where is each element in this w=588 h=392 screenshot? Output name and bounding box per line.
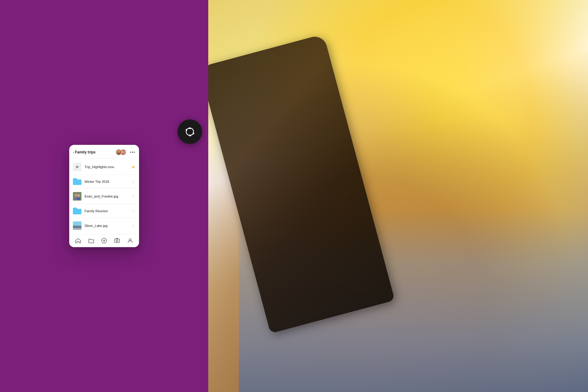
photo-nav-button[interactable] — [114, 237, 120, 244]
star-icon[interactable]: ★ — [131, 164, 135, 169]
video-icon — [73, 163, 81, 171]
list-item[interactable]: Winter Trip 2018 ☆ — [69, 175, 139, 188]
file-name: Trip_Highlights.mov — [85, 165, 128, 169]
file-list: Trip_Highlights.mov ★ Winter Trip 2018 ☆ — [69, 159, 139, 234]
avatar-face-1 — [116, 149, 122, 155]
thumbnail — [73, 192, 81, 201]
add-nav-button[interactable] — [101, 237, 107, 244]
star-icon[interactable]: ☆ — [131, 223, 135, 228]
app-card: ‹ Family trips — [69, 145, 139, 247]
list-item[interactable]: Trip_Highlights.mov ★ — [69, 160, 139, 174]
svg-point-1 — [117, 153, 121, 155]
right-panel — [208, 0, 588, 392]
more-button[interactable]: ••• — [130, 150, 135, 155]
folder-icon — [73, 208, 81, 214]
svg-point-16 — [116, 240, 118, 242]
list-item[interactable]: Family Reunion ☆ — [69, 205, 139, 217]
thumbnail — [73, 221, 81, 230]
svg-point-8 — [77, 198, 80, 200]
home-nav-button[interactable] — [75, 237, 81, 244]
sync-icon — [184, 126, 196, 138]
divider — [69, 188, 139, 189]
svg-rect-15 — [115, 239, 119, 243]
list-item[interactable]: Evan_and_Frankie.jpg ☆ — [69, 189, 139, 203]
avatars-group — [116, 149, 126, 155]
list-item[interactable]: Silver_Lake.jpg ☆ — [69, 219, 139, 233]
back-button[interactable]: ‹ Family trips — [73, 150, 96, 155]
left-panel: ‹ Family trips — [0, 0, 208, 392]
svg-point-0 — [118, 150, 120, 152]
svg-rect-9 — [73, 221, 81, 226]
star-icon[interactable]: ☆ — [131, 179, 135, 184]
svg-rect-11 — [73, 228, 81, 230]
folder-title: Family trips — [75, 150, 96, 154]
folder-nav-button[interactable] — [88, 237, 95, 244]
account-nav-button[interactable] — [127, 237, 134, 244]
image-thumbnail — [73, 221, 81, 230]
bottom-nav — [69, 234, 139, 247]
sync-button[interactable] — [178, 119, 202, 144]
divider — [69, 175, 139, 175]
divider — [69, 204, 139, 204]
file-name: Winter Trip 2018 — [85, 180, 128, 183]
svg-point-6 — [74, 198, 77, 200]
file-name: Evan_and_Frankie.jpg — [85, 194, 128, 198]
image-thumbnail — [73, 192, 81, 201]
star-icon[interactable]: ☆ — [131, 194, 135, 199]
file-name: Silver_Lake.jpg — [85, 224, 128, 228]
star-icon[interactable]: ☆ — [131, 209, 135, 213]
play-triangle-icon — [76, 165, 79, 168]
folder-icon — [73, 178, 81, 185]
file-name: Family Reunion — [85, 209, 128, 213]
svg-point-3 — [121, 153, 126, 155]
svg-point-7 — [77, 194, 80, 197]
svg-point-5 — [75, 194, 77, 197]
back-icon: ‹ — [73, 150, 74, 155]
card-header: ‹ Family trips — [69, 145, 139, 159]
divider — [69, 218, 139, 218]
